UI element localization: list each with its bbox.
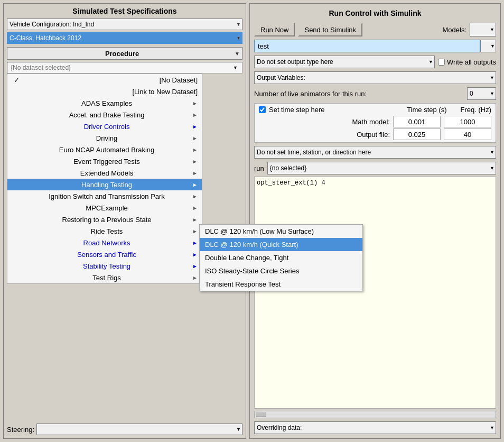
- output-vars-select[interactable]: Output Variables:: [254, 71, 496, 84]
- menu-item-stability-testing[interactable]: Stability Testing ►: [7, 260, 202, 272]
- menu-item-euro-ncap[interactable]: Euro NCAP Automated Braking ►: [7, 144, 202, 155]
- steering-bar: Steering:: [7, 423, 242, 435]
- output-vars-dropdown[interactable]: Output Variables:: [254, 71, 496, 84]
- write-all-outputs-checkbox[interactable]: [438, 59, 445, 66]
- animators-dropdown[interactable]: 0: [467, 87, 496, 100]
- send-simulink-button[interactable]: Send to Simulink: [298, 23, 362, 36]
- no-dataset-input[interactable]: [7, 62, 242, 73]
- output-file-freq[interactable]: 40: [444, 128, 491, 140]
- main-container: Simulated Test Specifications Vehicle Co…: [0, 0, 504, 442]
- menu-item-link-new[interactable]: [Link to New Dataset]: [7, 86, 202, 97]
- submenu-arrow-icon: ►: [192, 147, 198, 153]
- scrollbar-thumb[interactable]: [256, 412, 266, 417]
- run-label: run: [254, 164, 264, 172]
- menu-item-label: ADAS Examples: [81, 99, 132, 107]
- submenu-item-label: Transient Response Test: [205, 280, 281, 288]
- submenu-item-dlc-quick[interactable]: DLC @ 120 km/h (Quick Start): [200, 238, 362, 251]
- menu-item-driving[interactable]: Driving ►: [7, 132, 202, 144]
- menu-item-label: Sensors and Traffic: [77, 251, 136, 259]
- menu-item-road-networks[interactable]: Road Networks ►: [7, 237, 202, 248]
- menu-item-label: Driver Controls: [84, 123, 130, 131]
- menu-item-handling-testing[interactable]: Handling Testing ►: [7, 179, 202, 190]
- menu-item-label: [No Dataset]: [160, 76, 198, 84]
- menu-item-no-dataset[interactable]: ✓ [No Dataset]: [7, 74, 202, 86]
- steering-select[interactable]: [36, 423, 242, 435]
- test-select[interactable]: [480, 40, 496, 52]
- steering-label: Steering:: [7, 426, 34, 434]
- submenu-item-label: Double Lane Change, Tight: [205, 254, 288, 262]
- time-station-dropdown[interactable]: Do not set time, station, or direction h…: [254, 146, 496, 159]
- menu-item-label: Restoring to a Previous State: [62, 216, 152, 224]
- run-control-row: Run Now Send to Simulink Models:: [254, 23, 496, 36]
- menu-item-label: MPCExample: [86, 204, 127, 212]
- animators-select[interactable]: 0: [467, 87, 496, 100]
- submenu-item-label: DLC @ 120 km/h (Quick Start): [205, 241, 298, 248]
- steering-dropdown[interactable]: [36, 423, 242, 435]
- run-now-button[interactable]: Run Now: [254, 23, 295, 36]
- code-area[interactable]: opt_steer_ext(1) 4: [254, 177, 496, 409]
- submenu-arrow-icon: ►: [192, 100, 198, 106]
- models-select[interactable]: [470, 23, 496, 36]
- menu-item-ride-tests[interactable]: Ride Tests ►: [7, 225, 202, 237]
- code-content: opt_steer_ext(1) 4: [257, 179, 325, 187]
- overriding-dropdown[interactable]: Overriding data:: [254, 421, 496, 434]
- set-time-step-label: Set time step here: [269, 106, 325, 114]
- car-model-dropdown[interactable]: C-Class, Hatchback 2012 ▼: [7, 32, 242, 44]
- output-type-dropdown[interactable]: Do not set output type here: [254, 56, 435, 68]
- overriding-select[interactable]: Overriding data:: [254, 421, 496, 434]
- submenu-arrow-icon: ►: [192, 275, 198, 281]
- output-file-timestep[interactable]: 0.025: [393, 128, 441, 140]
- submenu-arrow-icon: ►: [192, 124, 198, 130]
- left-panel-title: Simulated Test Specifications: [4, 4, 246, 17]
- menu-item-adas[interactable]: ADAS Examples ►: [7, 97, 202, 109]
- submenu-arrow-icon: ►: [192, 182, 198, 188]
- math-model-timestep[interactable]: 0.001: [393, 116, 441, 127]
- car-model-select[interactable]: C-Class, Hatchback 2012: [7, 32, 242, 44]
- math-model-freq[interactable]: 1000: [444, 116, 491, 127]
- menu-item-label: Accel. and Brake Testing: [69, 111, 145, 119]
- submenu-arrow-icon: ►: [192, 135, 198, 141]
- submenu-arrow-icon: ►: [192, 205, 198, 211]
- no-dataset-row[interactable]: [7, 62, 242, 73]
- test-dropdown[interactable]: [480, 40, 496, 52]
- time-step-header: Set time step here Time step (s) Freq. (…: [259, 106, 491, 114]
- menu-item-accel-brake[interactable]: Accel. and Brake Testing ►: [7, 109, 202, 121]
- submenu-arrow-icon: ►: [192, 194, 198, 199]
- procedure-header[interactable]: Procedure ▼: [7, 47, 242, 60]
- horizontal-scrollbar[interactable]: [254, 411, 496, 418]
- models-dropdown[interactable]: [470, 23, 496, 36]
- test-input[interactable]: [254, 40, 480, 52]
- run-selected-dropdown[interactable]: {no selected}: [267, 162, 496, 174]
- menu-item-label: Euro NCAP Automated Braking: [59, 146, 154, 154]
- freq-col-header: Freq. (Hz): [461, 106, 492, 114]
- submenu-item-iso-steady[interactable]: ISO Steady-State Circle Series: [200, 264, 362, 278]
- submenu-arrow-icon: ►: [192, 228, 198, 234]
- submenu-item-double-lane-tight[interactable]: Double Lane Change, Tight: [200, 251, 362, 264]
- output-type-select[interactable]: Do not set output type here: [254, 56, 435, 68]
- menu-item-ignition[interactable]: Ignition Switch and Transmission Park ►: [7, 190, 202, 202]
- time-station-select[interactable]: Do not set time, station, or direction h…: [254, 146, 496, 159]
- write-all-outputs-label[interactable]: Write all outputs: [438, 58, 496, 66]
- submenu-arrow-icon: ►: [192, 252, 198, 257]
- output-vars-row: Output Variables:: [254, 71, 496, 84]
- submenu-arrow-icon: ►: [192, 217, 198, 223]
- menu-item-test-rigs[interactable]: Test Rigs ►: [7, 272, 202, 283]
- submenu-arrow-icon: ►: [192, 159, 198, 164]
- procedure-arrow-icon: ▼: [235, 51, 240, 57]
- run-selected-select[interactable]: {no selected}: [267, 162, 496, 174]
- set-time-step-checkbox[interactable]: [259, 106, 266, 113]
- vehicle-config-dropdown[interactable]: Vehicle Configuration: Ind_Ind: [7, 19, 242, 30]
- menu-item-sensors-traffic[interactable]: Sensors and Traffic ►: [7, 248, 202, 260]
- vehicle-config-select[interactable]: Vehicle Configuration: Ind_Ind: [7, 19, 242, 30]
- menu-item-driver-controls[interactable]: Driver Controls ►: [7, 121, 202, 132]
- submenu-item-dlc-low-mu[interactable]: DLC @ 120 km/h (Low Mu Surface): [200, 225, 362, 238]
- menu-item-event-triggered[interactable]: Event Triggered Tests ►: [7, 155, 202, 167]
- menu-item-mpc[interactable]: MPCExample ►: [7, 202, 202, 214]
- menu-item-restoring[interactable]: Restoring to a Previous State ►: [7, 214, 202, 225]
- test-bar: [254, 40, 496, 52]
- submenu-item-transient-response[interactable]: Transient Response Test: [200, 278, 362, 291]
- submenu-arrow-icon: ►: [192, 263, 198, 269]
- menu-item-label: Driving: [96, 134, 117, 142]
- menu-item-label: Test Rigs: [92, 274, 120, 282]
- menu-item-extended-models[interactable]: Extended Models ►: [7, 167, 202, 179]
